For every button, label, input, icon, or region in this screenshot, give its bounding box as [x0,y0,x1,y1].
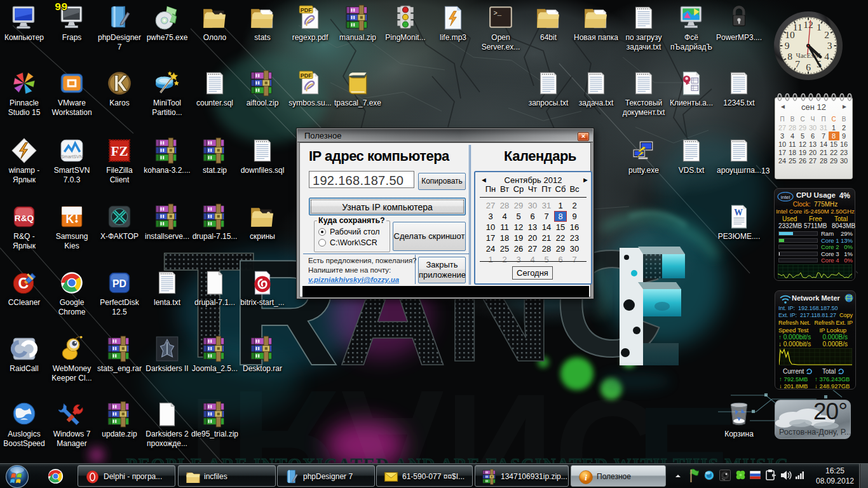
svg-text:intel: intel [781,194,790,200]
svg-text:11: 11 [793,22,803,32]
svg-text:SmartSVN: SmartSVN [61,154,83,159]
svg-text:3: 3 [827,40,832,51]
svg-text:9: 9 [785,40,790,51]
svg-text:1: 1 [817,22,822,32]
svg-text:R&Q: R&Q [15,214,34,223]
svg-text:FZ: FZ [111,144,128,159]
svg-text:i: i [585,473,587,482]
svg-text:2: 2 [824,29,829,40]
svg-text:4: 4 [824,51,829,62]
svg-text:6: 6 [806,62,811,72]
svg-text:PD: PD [112,278,126,289]
svg-text:>_: >_ [493,10,501,17]
svg-text:12: 12 [803,19,813,30]
svg-text:7: 7 [795,58,800,69]
svg-text:K: K [65,214,74,226]
svg-text:W: W [734,208,743,217]
svg-text:8: 8 [787,51,792,62]
